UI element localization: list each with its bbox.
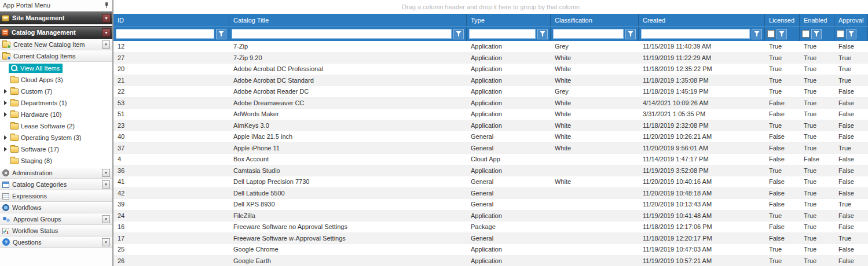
filter-button-licensed[interactable]	[777, 29, 787, 39]
expand-arrow-icon[interactable]	[4, 89, 7, 94]
tree-item-custom-7[interactable]: Custom (7)	[0, 86, 112, 97]
filter-input-type[interactable]	[469, 29, 536, 39]
table-row[interactable]: 16Freeware Software no Approval Settings…	[113, 221, 868, 233]
table-row[interactable]: 277-Zip 9.20ApplicationWhite11/19/2019 1…	[113, 53, 868, 64]
item-dropdown-icon[interactable]	[102, 40, 110, 49]
table-row[interactable]: 51AdWords MakerApplicationWhite3/31/2021…	[113, 109, 868, 120]
section-dropdown-icon[interactable]	[102, 28, 111, 37]
item-dropdown-icon[interactable]	[102, 180, 110, 189]
expand-arrow-icon[interactable]	[4, 101, 7, 105]
table-row[interactable]: 20Adobe Acrobat DC ProfessionalApplicati…	[113, 64, 868, 75]
table-row[interactable]: 17Freeware Software w-Approval SettingsG…	[113, 233, 868, 245]
cell-classification: White	[551, 109, 639, 120]
cell-catalog-title: Camtasia Studio	[229, 165, 467, 176]
column-header-created[interactable]: Created	[639, 14, 765, 26]
table-row[interactable]: 24FileZillaApplication11/19/2019 10:41:4…	[113, 210, 868, 222]
filter-button-enabled[interactable]	[811, 29, 822, 39]
tree-item-hardware-10[interactable]: Hardware (10)	[0, 109, 112, 120]
table-row[interactable]: 37Apple iPhone 11GeneralWhite11/20/2019 …	[113, 143, 868, 154]
tree-item-cloud-apps-3[interactable]: Cloud Apps (3)	[0, 74, 112, 86]
cell-licensed: False	[765, 154, 800, 165]
tree-item-operating-system-3[interactable]: Operating System (3)	[0, 132, 112, 143]
item-dropdown-icon[interactable]	[102, 215, 110, 223]
cell-licensed: False	[765, 199, 800, 210]
column-header-approval[interactable]: Approval	[834, 14, 868, 26]
cell-approval: False	[834, 154, 868, 165]
sidebar-item-catalog-categories[interactable]: Catalog Categories	[0, 179, 112, 190]
tree-item-software-17[interactable]: Software (17)	[0, 143, 112, 155]
column-header-id[interactable]: ID	[113, 14, 229, 26]
table-row[interactable]: 23AimKeys 3.0ApplicationWhite11/18/2019 …	[113, 120, 868, 132]
cell-licensed: True	[765, 53, 800, 64]
column-header-catalog-title[interactable]: Catalog Title	[229, 14, 467, 26]
filter-button-approval[interactable]	[846, 29, 856, 39]
filter-button-type[interactable]	[537, 29, 548, 39]
column-header-classification[interactable]: Classification	[551, 14, 639, 26]
table-row[interactable]: 53Adobe Dreamweaver CCApplicationWhite4/…	[113, 98, 868, 109]
expand-arrow-icon[interactable]	[4, 135, 7, 140]
cell-enabled: True	[800, 109, 834, 120]
filter-checkbox-licensed[interactable]	[767, 30, 775, 38]
expand-arrow-icon[interactable]	[4, 112, 7, 117]
table-row[interactable]: 42Dell Latitude 5500General11/20/2019 10…	[113, 188, 868, 200]
cell-licensed: True	[765, 75, 800, 86]
column-header-type[interactable]: Type	[467, 14, 551, 26]
sidebar-item-administration[interactable]: Administration	[0, 167, 112, 179]
cell-created: 11/18/2019 12:20:17 PM	[639, 233, 765, 244]
tree-item-content: Hardware (10)	[9, 110, 64, 119]
sidebar-item-workflows[interactable]: Workflows	[0, 202, 112, 213]
cell-id: 4	[113, 154, 229, 165]
cell-created: 11/18/2019 12:35:22 PM	[639, 64, 765, 75]
filter-input-classification[interactable]	[553, 29, 624, 39]
sidebar-item-approval-groups[interactable]: Approval Groups	[0, 213, 112, 225]
expand-arrow-icon[interactable]	[4, 147, 7, 152]
table-row[interactable]: 39Dell XPS 8930General11/20/2019 10:13:4…	[113, 199, 868, 210]
table-row[interactable]: 41Dell Laptop Precision 7730GeneralWhite…	[113, 176, 868, 188]
cell-approval: False	[834, 210, 868, 221]
filter-button-id[interactable]	[216, 29, 226, 39]
sidebar-item-current-catalog-items[interactable]: Current Catalog Items	[0, 50, 112, 62]
tree-item-lease-software-2[interactable]: Lease Software (2)	[0, 120, 112, 132]
tree-item-departments-1[interactable]: Departments (1)	[0, 97, 112, 109]
section-catalog-management[interactable]: Catalog Management	[0, 26, 112, 39]
funnel-icon	[628, 31, 633, 36]
filter-input-catalog-title[interactable]	[232, 29, 452, 39]
filter-button-classification[interactable]	[625, 29, 636, 39]
table-row[interactable]: 36Camtasia StudioApplication11/19/2019 3…	[113, 165, 868, 177]
filter-checkbox-enabled[interactable]	[802, 30, 810, 38]
filter-input-id[interactable]	[116, 29, 214, 39]
table-row[interactable]: 25Google ChromeApplication11/19/2019 10:…	[113, 244, 868, 256]
table-row[interactable]: 127-ZipApplicationGrey11/15/2019 11:40:3…	[113, 41, 868, 53]
sidebar-item-questions[interactable]: Questions	[0, 237, 112, 248]
filter-button-created[interactable]	[752, 29, 762, 39]
tree-item-view-all-items[interactable]: View All Items	[0, 62, 112, 74]
item-dropdown-icon[interactable]	[102, 238, 110, 246]
sidebar-item-create-new-catalog-item[interactable]: Create New Catalog Item	[0, 39, 112, 50]
tree-item-staging-8[interactable]: Staging (8)	[0, 155, 112, 167]
column-header-licensed[interactable]: Licensed	[765, 14, 800, 26]
table-row[interactable]: 22Adobe Acrobat Reader DCApplicationGrey…	[113, 86, 868, 98]
section-dropdown-icon[interactable]	[102, 14, 111, 23]
folder-icon	[10, 77, 19, 83]
folder-icon	[10, 135, 19, 141]
table-row[interactable]: 4Box AccountCloud App11/14/2019 1:47:17 …	[113, 154, 868, 165]
sidebar-item-label: Workflow Status	[12, 227, 58, 234]
sidebar-item-workflow-status[interactable]: Workflow Status	[0, 225, 112, 237]
sidebar-item-expressions[interactable]: Expressions	[0, 190, 112, 202]
table-row[interactable]: 26Google EarthApplication11/19/2019 10:5…	[113, 256, 868, 266]
filter-checkbox-approval[interactable]	[837, 30, 844, 38]
table-row[interactable]: 40Apple iMac 21.5 inchGeneralWhite11/20/…	[113, 131, 868, 143]
filter-cell-created	[639, 27, 765, 41]
table-row[interactable]: 21Adobe Acrobat DC StandardApplicationWh…	[113, 75, 868, 87]
pin-icon[interactable]	[104, 2, 109, 9]
cell-created: 11/18/2019 2:32:08 PM	[639, 120, 765, 131]
cell-id: 37	[113, 143, 229, 154]
item-dropdown-icon[interactable]	[102, 169, 110, 177]
column-header-enabled[interactable]: Enabled	[800, 14, 834, 26]
tree-item-content: Lease Software (2)	[9, 121, 78, 131]
section-site-management[interactable]: Site Management	[0, 12, 112, 24]
filter-input-created[interactable]	[641, 29, 750, 39]
filter-button-catalog-title[interactable]	[453, 29, 464, 39]
cell-id: 22	[113, 86, 229, 97]
cell-approval: False	[834, 221, 868, 232]
